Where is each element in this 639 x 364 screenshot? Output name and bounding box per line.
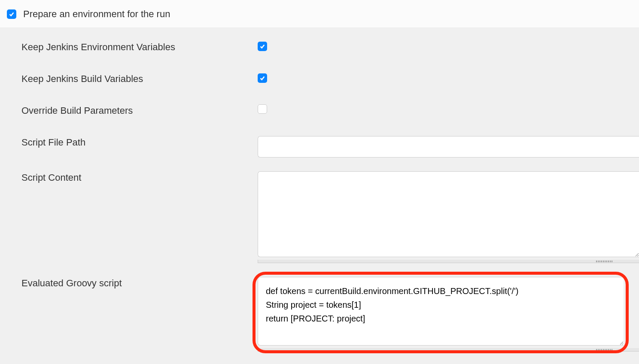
- check-icon: [9, 11, 15, 17]
- row-keep-env-vars: Keep Jenkins Environment Variables: [0, 41, 639, 53]
- script-file-path-input[interactable]: [258, 136, 639, 158]
- grip-icon: [596, 261, 613, 262]
- groovy-script-textarea[interactable]: [258, 277, 624, 346]
- keep-build-vars-checkbox[interactable]: [258, 73, 267, 83]
- keep-build-vars-label: Keep Jenkins Build Variables: [0, 73, 258, 85]
- script-content-textarea[interactable]: [258, 171, 639, 257]
- check-icon: [259, 75, 265, 81]
- form-body: Keep Jenkins Environment Variables Keep …: [0, 28, 639, 364]
- row-keep-build-vars: Keep Jenkins Build Variables: [0, 73, 639, 85]
- row-override-params: Override Build Parameters: [0, 104, 639, 116]
- script-content-resize-handle[interactable]: [258, 260, 639, 263]
- prepare-env-checkbox[interactable]: [7, 9, 16, 19]
- keep-env-vars-label: Keep Jenkins Environment Variables: [0, 41, 258, 53]
- keep-env-vars-checkbox[interactable]: [258, 42, 267, 51]
- row-script-file-path: Script File Path: [0, 136, 639, 158]
- section-header: Prepare an environment for the run: [0, 0, 639, 28]
- script-content-label: Script Content: [0, 171, 258, 183]
- row-groovy-script: Evaluated Groovy script: [0, 277, 639, 352]
- groovy-highlight: [253, 272, 629, 353]
- override-params-checkbox[interactable]: [258, 104, 267, 114]
- override-params-label: Override Build Parameters: [0, 104, 258, 116]
- row-script-content: Script Content: [0, 171, 639, 263]
- groovy-script-label: Evaluated Groovy script: [0, 277, 258, 289]
- check-icon: [259, 43, 265, 49]
- prepare-env-label: Prepare an environment for the run: [23, 9, 170, 20]
- script-file-path-label: Script File Path: [0, 136, 258, 148]
